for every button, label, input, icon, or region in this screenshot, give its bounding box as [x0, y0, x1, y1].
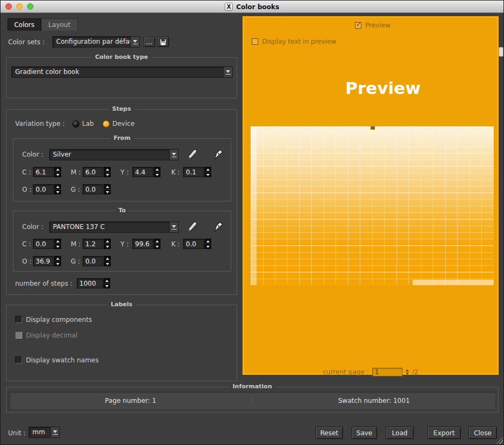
- spinner-up-icon[interactable]: [54, 167, 61, 172]
- from-color-select[interactable]: Silver: [49, 149, 179, 160]
- from-y-input[interactable]: [132, 167, 153, 177]
- to-color-value[interactable]: PANTONE 137 C: [49, 221, 170, 233]
- color-sets-select[interactable]: Configuration par défau: [52, 36, 140, 48]
- to-o-input[interactable]: [33, 256, 53, 266]
- spinner-down-icon[interactable]: [406, 373, 409, 375]
- reset-button[interactable]: Reset: [315, 427, 343, 439]
- spinner-up-icon[interactable]: [153, 239, 160, 244]
- display-components-label[interactable]: Display components: [26, 316, 92, 323]
- radio-lab[interactable]: [72, 120, 79, 127]
- spinner-up-icon[interactable]: [54, 256, 61, 261]
- spinner-down-icon[interactable]: [104, 190, 111, 194]
- from-k-spinner[interactable]: [183, 167, 211, 177]
- from-c-spinner[interactable]: [33, 167, 61, 177]
- current-page-input[interactable]: [372, 368, 402, 376]
- spinner-up-icon[interactable]: [54, 184, 61, 189]
- spinner-down-icon[interactable]: [104, 244, 111, 249]
- display-swatch-names-label[interactable]: Display swatch names: [26, 356, 98, 364]
- spinner-down-icon[interactable]: [204, 172, 211, 177]
- scrollbar-thumb[interactable]: [499, 47, 503, 57]
- from-m-spinner[interactable]: [83, 167, 111, 177]
- spinner-down-icon[interactable]: [54, 261, 61, 266]
- chevron-down-icon[interactable]: [170, 221, 179, 233]
- to-color-select[interactable]: PANTONE 137 C: [49, 221, 179, 233]
- chevron-down-icon[interactable]: [224, 66, 233, 78]
- to-c-spinner[interactable]: [33, 239, 61, 249]
- spinner-up-icon[interactable]: [54, 239, 61, 244]
- to-g-spinner[interactable]: [83, 256, 111, 266]
- airbrush-icon[interactable]: [186, 220, 199, 233]
- display-components-checkbox[interactable]: [15, 316, 22, 323]
- display-text-in-preview-checkbox[interactable]: [252, 38, 258, 45]
- to-y-spinner[interactable]: [132, 239, 160, 249]
- to-g-input[interactable]: [83, 256, 103, 266]
- airbrush-icon[interactable]: [186, 147, 199, 160]
- color-sets-value[interactable]: Configuration par défau: [52, 36, 131, 48]
- spinner-down-icon[interactable]: [54, 190, 61, 194]
- unit-value[interactable]: mm: [29, 427, 51, 438]
- spinner-down-icon[interactable]: [153, 244, 160, 249]
- to-y-input[interactable]: [132, 239, 153, 249]
- spinner-down-icon[interactable]: [54, 244, 61, 249]
- save-button[interactable]: Save: [352, 427, 377, 439]
- pen-icon[interactable]: [211, 147, 224, 160]
- spinner-up-icon[interactable]: [204, 167, 211, 172]
- from-o-spinner[interactable]: [33, 184, 61, 194]
- to-k-spinner[interactable]: [183, 239, 211, 249]
- spinner-up-icon[interactable]: [103, 278, 110, 283]
- radio-device-label[interactable]: Device: [112, 120, 135, 127]
- spinner-down-icon[interactable]: [153, 172, 160, 177]
- color-book-type-select[interactable]: Gradient color book: [11, 66, 233, 78]
- radio-device[interactable]: [103, 120, 110, 127]
- from-color-value[interactable]: Silver: [49, 149, 170, 160]
- to-k-input[interactable]: [183, 239, 204, 249]
- from-k-input[interactable]: [183, 167, 204, 177]
- spinner-up-icon[interactable]: [153, 167, 160, 172]
- pen-icon[interactable]: [211, 220, 224, 233]
- chevron-down-icon[interactable]: [170, 149, 179, 160]
- spinner-down-icon[interactable]: [103, 284, 110, 288]
- to-c-input[interactable]: [33, 239, 53, 249]
- color-sets-label: Color sets :: [8, 38, 45, 46]
- spinner-up-icon[interactable]: [104, 256, 111, 261]
- from-o-input[interactable]: [33, 184, 53, 194]
- chevron-down-icon[interactable]: [131, 36, 140, 48]
- display-text-in-preview-label[interactable]: Display text in preview: [262, 38, 337, 45]
- preview-checkbox[interactable]: [355, 22, 361, 29]
- from-c-input[interactable]: [33, 167, 53, 177]
- titlebar: X Color books: [1, 1, 503, 13]
- tab-colors[interactable]: Colors: [8, 18, 41, 31]
- from-g-spinner[interactable]: [83, 184, 111, 194]
- unit-select[interactable]: mm: [29, 427, 60, 438]
- spinner-down-icon[interactable]: [104, 261, 111, 266]
- close-button[interactable]: Close: [468, 427, 497, 439]
- color-book-type-value[interactable]: Gradient color book: [11, 66, 224, 78]
- load-button[interactable]: Load: [386, 427, 414, 439]
- chevron-down-icon[interactable]: [51, 427, 60, 438]
- number-of-steps-spinner[interactable]: [77, 278, 110, 288]
- spinner-up-icon[interactable]: [406, 369, 409, 372]
- swatch-bottom-highlight: [413, 280, 494, 285]
- spinner-up-icon[interactable]: [104, 239, 111, 244]
- from-m-input[interactable]: [83, 167, 103, 177]
- radio-lab-label[interactable]: Lab: [82, 120, 94, 127]
- from-g-input[interactable]: [83, 184, 103, 194]
- tab-layout[interactable]: Layout: [41, 18, 78, 31]
- to-m-spinner[interactable]: [83, 239, 111, 249]
- spinner-up-icon[interactable]: [204, 239, 211, 244]
- spinner-up-icon[interactable]: [104, 167, 111, 172]
- to-m-input[interactable]: [83, 239, 103, 249]
- display-swatch-names-checkbox[interactable]: [15, 356, 22, 363]
- to-o-spinner[interactable]: [33, 256, 61, 266]
- from-y-spinner[interactable]: [132, 167, 160, 177]
- page-spinner[interactable]: [406, 369, 409, 375]
- color-sets-save-button[interactable]: [157, 37, 169, 47]
- spinner-up-icon[interactable]: [104, 184, 111, 189]
- color-sets-browse-button[interactable]: ...: [143, 37, 155, 47]
- spinner-down-icon[interactable]: [204, 244, 211, 249]
- export-button[interactable]: Export: [427, 427, 461, 439]
- spinner-down-icon[interactable]: [104, 172, 111, 177]
- spinner-down-icon[interactable]: [54, 172, 61, 177]
- number-of-steps-input[interactable]: [77, 278, 103, 288]
- preview-checkbox-label[interactable]: Preview: [365, 22, 391, 29]
